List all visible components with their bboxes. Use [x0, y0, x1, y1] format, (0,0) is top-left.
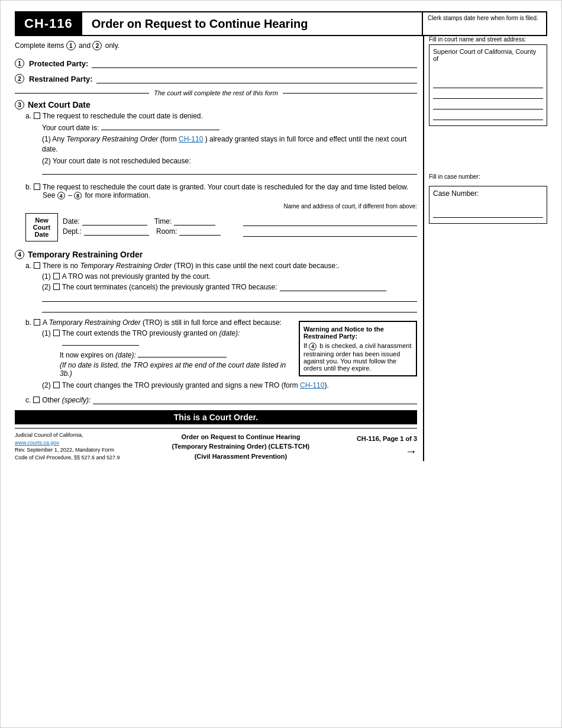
- section4b2-checkbox[interactable]: [53, 382, 60, 388]
- court-name-content: Superior Court of California, County of: [433, 48, 543, 62]
- section4c-row: c. Other (specify):: [25, 396, 417, 404]
- time-field[interactable]: [174, 217, 215, 226]
- section4b-row: b. A Temporary Restraining Order (TRO) i…: [25, 318, 293, 327]
- item2-row: (2) Your court date is not rescheduled b…: [42, 157, 417, 175]
- circle-1: 1: [66, 41, 76, 50]
- section3a-text: The request to reschedule the court date…: [43, 112, 203, 120]
- section3b-checkbox[interactable]: [34, 183, 40, 190]
- instruction-text: Complete items: [15, 41, 66, 50]
- warning-box: Warning and Notice to the Restrained Par…: [299, 321, 417, 376]
- section4a2-checkbox[interactable]: [53, 284, 60, 290]
- section4b1-text: The court extends the TRO previously gra…: [62, 329, 293, 347]
- main-layout: Complete items 1 and 2 only. 1 Protected…: [15, 36, 547, 461]
- case-number-area: Fill in case number: Case Number:: [429, 173, 547, 224]
- section3-header: 3 Next Court Date: [15, 100, 417, 109]
- footer-link[interactable]: www.courts.ca.gov: [15, 440, 59, 446]
- ch110-link-2[interactable]: CH-110: [300, 381, 324, 389]
- next-arrow[interactable]: →: [405, 444, 417, 458]
- page: CH-116 Order on Request to Continue Hear…: [0, 0, 562, 728]
- item1-row: (1) Any Temporary Restraining Order (for…: [42, 134, 417, 154]
- circle-4-warning: 4: [309, 343, 316, 350]
- dept-label: Dept.:: [63, 227, 82, 236]
- other-specify-field[interactable]: [93, 396, 417, 404]
- footer-center: Order on Request to Continue Hearing (Te…: [131, 432, 351, 462]
- restrained-party-field[interactable]: [96, 73, 417, 83]
- section4b1-row: (1) The court extends the TRO previously…: [42, 329, 293, 347]
- circle-3: 3: [15, 100, 24, 109]
- date-field[interactable]: [82, 217, 147, 226]
- name-address-line1[interactable]: [243, 218, 418, 226]
- instruction-and: and: [79, 41, 92, 50]
- warning-rest: b is checked, a civil harassment restrai…: [303, 342, 412, 372]
- section4a1: (1) A TRO was not previously granted by …: [42, 272, 417, 281]
- new-line1: New: [35, 217, 49, 224]
- case-number-box: Case Number:: [429, 186, 547, 224]
- dept-field[interactable]: [84, 227, 149, 236]
- form-id: CH-116: [16, 12, 81, 35]
- name-address-field-col: [237, 215, 418, 239]
- case-number-label: Case Number:: [433, 189, 543, 198]
- section4b-checkbox[interactable]: [34, 319, 40, 326]
- footer-center-line1: Order on Request to Continue Hearing: [131, 432, 351, 442]
- court-name-line3[interactable]: [433, 101, 543, 109]
- protected-party-row: 1 Protected Party:: [15, 57, 417, 68]
- court-date-row: Your court date is:: [42, 122, 417, 132]
- instruction-only: only.: [105, 41, 119, 50]
- circle-8-inline: 8: [74, 192, 82, 199]
- footer-line3: Code of Civil Procedure, §§ 527.6 and 52…: [15, 454, 125, 462]
- tro-italic-1: Temporary Restraining Order: [80, 262, 172, 270]
- new-line3: Date: [35, 231, 49, 238]
- item1-pre: (1) Any: [42, 135, 66, 143]
- section4c-label: c.: [25, 396, 31, 404]
- section4a1-checkbox[interactable]: [53, 273, 60, 279]
- section4b1-checkbox[interactable]: [53, 330, 60, 336]
- footer-left: Judicial Council of California, www.cour…: [15, 431, 125, 461]
- new-court-date-box: New Court Date: [25, 213, 58, 241]
- section3a-row: a. The request to reschedule the court d…: [25, 112, 417, 120]
- section4b-label: b.: [25, 318, 31, 327]
- tro-expires-date[interactable]: [138, 349, 227, 357]
- court-name-line4[interactable]: [433, 112, 543, 120]
- section3b: b. The request to reschedule the court d…: [25, 183, 417, 242]
- tro-note: (If no date is listed, the TRO expires a…: [60, 361, 286, 378]
- section4b1-label: (1): [42, 329, 51, 337]
- tro-cancel-reason-field[interactable]: [280, 283, 386, 291]
- left-column: Complete items 1 and 2 only. 1 Protected…: [15, 36, 423, 461]
- protected-party-field[interactable]: [92, 57, 417, 68]
- tro-cancel-field3[interactable]: [42, 304, 417, 313]
- court-name-line2[interactable]: [433, 91, 543, 99]
- section4a-checkbox[interactable]: [34, 262, 40, 269]
- case-number-field[interactable]: [433, 210, 543, 218]
- circle-4: 4: [15, 250, 24, 259]
- divider-row: The court will complete the rest of this…: [15, 89, 417, 96]
- new-line2: Court: [33, 224, 50, 231]
- section4-header: 4 Temporary Restraining Order: [15, 250, 417, 259]
- ch110-link-1[interactable]: CH-110: [179, 135, 203, 143]
- section4b2-text: The court changes the TRO previously gra…: [62, 381, 329, 389]
- date-italic-2: (date):: [115, 351, 136, 359]
- footer-right: CH-116, Page 1 of 3 →: [357, 435, 417, 458]
- protected-party-label: Protected Party:: [29, 59, 88, 68]
- section4a1-row: (1) A TRO was not previously granted by …: [42, 272, 417, 281]
- room-field[interactable]: [179, 227, 221, 236]
- not-rescheduled-field[interactable]: [42, 166, 417, 175]
- item1-italic: Temporary Restraining Order: [66, 135, 158, 143]
- footer-form-id: CH-116, Page 1 of 3: [357, 435, 417, 442]
- section3a-checkbox[interactable]: [34, 112, 40, 119]
- section4b2: (2) The court changes the TRO previously…: [42, 381, 417, 389]
- court-date-field[interactable]: [101, 122, 219, 130]
- name-address-line2[interactable]: [243, 228, 418, 237]
- section4a-label: a.: [25, 262, 31, 270]
- footer: Judicial Council of California, www.cour…: [15, 428, 417, 461]
- section3b-text: The request to reschedule the court date…: [43, 183, 417, 200]
- section4b2-row: (2) The court changes the TRO previously…: [42, 381, 417, 389]
- court-name-line1[interactable]: [433, 80, 543, 88]
- tro-granted-date[interactable]: [62, 337, 139, 346]
- section4b: Warning and Notice to the Restrained Par…: [25, 318, 417, 391]
- case-number-label-top: Fill in case number:: [429, 173, 547, 180]
- circle-4-inline: 4: [57, 192, 65, 199]
- restrained-party-row: 2 Restrained Party:: [15, 73, 417, 83]
- tro-cancel-field2[interactable]: [42, 294, 417, 302]
- section4c-checkbox[interactable]: [33, 397, 40, 403]
- circle-1b: 1: [15, 59, 24, 68]
